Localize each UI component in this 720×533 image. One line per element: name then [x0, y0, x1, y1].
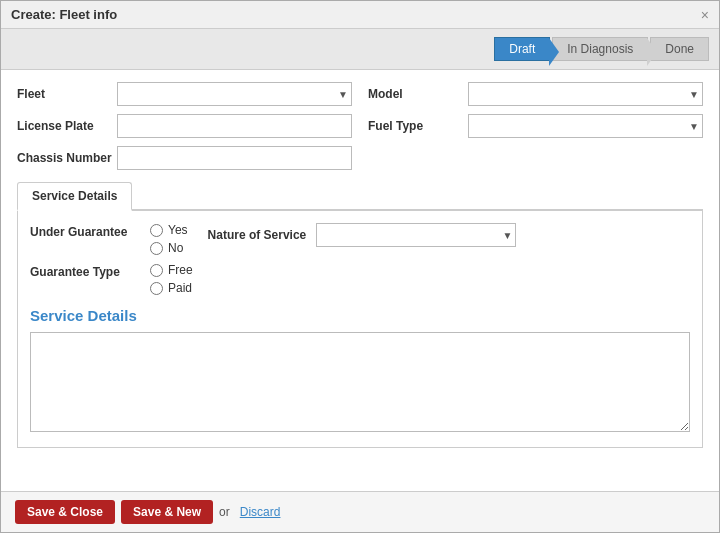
- step-draft[interactable]: Draft: [494, 37, 550, 61]
- license-plate-label: License Plate: [17, 119, 117, 133]
- fleet-label: Fleet: [17, 87, 117, 101]
- under-guarantee-radio-group: Yes No: [150, 223, 188, 255]
- save-new-button[interactable]: Save & New: [121, 500, 213, 524]
- radio-no[interactable]: No: [150, 241, 188, 255]
- nature-of-service-select[interactable]: [316, 223, 516, 247]
- fleet-field: ▼: [117, 82, 352, 106]
- model-select[interactable]: [468, 82, 703, 106]
- dialog-title: Create: Fleet info: [11, 7, 117, 22]
- guarantee-type-row: Guarantee Type Free Paid: [30, 263, 690, 295]
- license-plate-field: [117, 114, 352, 138]
- under-guarantee-label: Under Guarantee: [30, 223, 150, 239]
- fuel-type-select[interactable]: [468, 114, 703, 138]
- tab-service-details[interactable]: Service Details: [17, 182, 132, 211]
- fleet-field-group: Fleet ▼: [17, 82, 352, 106]
- status-steps: Draft In Diagnosis Done: [494, 37, 709, 61]
- model-field: ▼: [468, 82, 703, 106]
- radio-paid[interactable]: Paid: [150, 281, 193, 295]
- fuel-type-field: ▼: [468, 114, 703, 138]
- main-form-grid: Fleet ▼ Model: [17, 82, 703, 170]
- fuel-type-label: Fuel Type: [368, 119, 468, 133]
- service-details-heading: Service Details: [30, 307, 690, 324]
- close-button[interactable]: ×: [701, 8, 709, 22]
- chassis-number-input[interactable]: [117, 146, 352, 170]
- dialog-body: Fleet ▼ Model: [1, 70, 719, 491]
- radio-paid-input[interactable]: [150, 282, 163, 295]
- save-close-button[interactable]: Save & Close: [15, 500, 115, 524]
- nature-of-service-section: Nature of Service ▼: [188, 223, 690, 247]
- chassis-number-label: Chassis Number: [17, 151, 117, 165]
- dialog-footer: Save & Close Save & New or Discard: [1, 491, 719, 532]
- radio-yes-input[interactable]: [150, 224, 163, 237]
- service-details-textarea[interactable]: [30, 332, 690, 432]
- license-plate-input[interactable]: [117, 114, 352, 138]
- step-done[interactable]: Done: [650, 37, 709, 61]
- fuel-type-field-group: Fuel Type ▼: [368, 114, 703, 138]
- discard-button[interactable]: Discard: [236, 505, 285, 519]
- model-label: Model: [368, 87, 468, 101]
- create-fleet-dialog: Create: Fleet info × Draft In Diagnosis …: [0, 0, 720, 533]
- license-plate-field-group: License Plate: [17, 114, 352, 138]
- guarantee-type-label: Guarantee Type: [30, 263, 150, 279]
- dialog-toolbar: Draft In Diagnosis Done: [1, 29, 719, 70]
- empty-cell: [368, 146, 703, 170]
- fleet-select-wrapper: ▼: [117, 82, 352, 106]
- nature-of-service-label: Nature of Service: [208, 228, 307, 242]
- radio-free-input[interactable]: [150, 264, 163, 277]
- tabs-list: Service Details: [17, 182, 703, 211]
- chassis-number-field: [117, 146, 352, 170]
- step-in-diagnosis[interactable]: In Diagnosis: [552, 37, 648, 61]
- tabs-container: Service Details Under Guarantee Yes: [17, 182, 703, 448]
- radio-no-input[interactable]: [150, 242, 163, 255]
- nature-of-service-wrapper: ▼: [316, 223, 516, 247]
- tab-content: Under Guarantee Yes No Nature of S: [17, 211, 703, 448]
- radio-yes[interactable]: Yes: [150, 223, 188, 237]
- or-text: or: [219, 505, 230, 519]
- guarantee-row: Under Guarantee Yes No Nature of S: [30, 223, 690, 255]
- chassis-number-field-group: Chassis Number: [17, 146, 352, 170]
- fuel-type-select-wrapper: ▼: [468, 114, 703, 138]
- guarantee-type-radio-group: Free Paid: [150, 263, 193, 295]
- fleet-select[interactable]: [117, 82, 352, 106]
- radio-free[interactable]: Free: [150, 263, 193, 277]
- model-field-group: Model ▼: [368, 82, 703, 106]
- dialog-titlebar: Create: Fleet info ×: [1, 1, 719, 29]
- model-select-wrapper: ▼: [468, 82, 703, 106]
